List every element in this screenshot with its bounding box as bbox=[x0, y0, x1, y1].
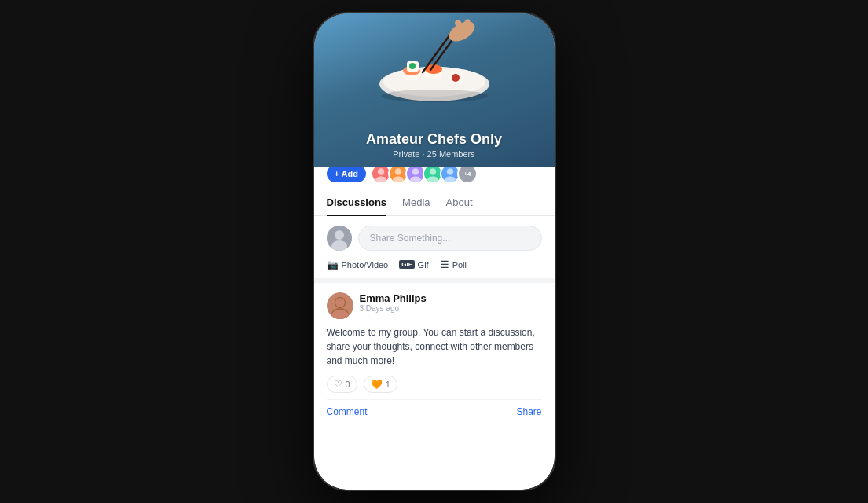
content-area: + Add bbox=[314, 152, 555, 490]
svg-point-2 bbox=[381, 90, 488, 102]
hero-title-area: Amateur Chefs Only Private · 25 Members bbox=[314, 131, 555, 159]
svg-point-21 bbox=[410, 176, 421, 182]
gif-icon: GIF bbox=[399, 260, 414, 269]
share-input[interactable]: Share Something... bbox=[358, 226, 542, 251]
gif-button[interactable]: GIF Gif bbox=[399, 259, 428, 270]
svg-point-24 bbox=[447, 168, 453, 174]
svg-point-32 bbox=[335, 298, 345, 307]
post-timestamp: 3 Days ago bbox=[360, 304, 427, 313]
hero-section: Amateur Chefs Only Private · 25 Members bbox=[314, 13, 555, 167]
post-card: Emma Philips 3 Days ago Welcome to my gr… bbox=[314, 283, 555, 427]
like-reaction-button[interactable]: ♡ 0 bbox=[327, 376, 357, 393]
sushi-illustration bbox=[364, 17, 505, 112]
post-header: Emma Philips 3 Days ago bbox=[327, 292, 542, 319]
svg-point-8 bbox=[452, 74, 460, 82]
heart-reaction-button[interactable]: 🧡 1 bbox=[364, 376, 397, 393]
svg-point-17 bbox=[375, 176, 386, 182]
post-author-name: Emma Philips bbox=[360, 292, 427, 304]
photo-video-button[interactable]: 📷 Photo/Video bbox=[327, 259, 389, 270]
svg-point-20 bbox=[412, 168, 419, 174]
phone-inner: Amateur Chefs Only Private · 25 Members … bbox=[314, 13, 555, 490]
gif-label: Gif bbox=[418, 260, 429, 270]
tab-media[interactable]: Media bbox=[402, 190, 430, 216]
svg-point-16 bbox=[378, 168, 384, 174]
photo-video-label: Photo/Video bbox=[342, 260, 389, 270]
share-row: Share Something... bbox=[314, 216, 555, 255]
add-member-button[interactable]: + Add bbox=[327, 165, 366, 182]
post-text: Welcome to my group. You can start a dis… bbox=[327, 325, 542, 368]
svg-point-10 bbox=[409, 63, 416, 69]
post-author-avatar bbox=[327, 292, 353, 319]
svg-point-22 bbox=[430, 168, 436, 174]
comment-button[interactable]: Comment bbox=[327, 406, 368, 417]
tabs-bar: Discussions Media About bbox=[314, 190, 555, 216]
reactions-row: ♡ 0 🧡 1 bbox=[327, 376, 542, 393]
phone-shell: Amateur Chefs Only Private · 25 Members … bbox=[313, 12, 556, 491]
svg-point-27 bbox=[335, 230, 344, 240]
group-subtitle: Private · 25 Members bbox=[314, 149, 555, 159]
like-count: 0 bbox=[346, 380, 350, 389]
svg-point-25 bbox=[445, 176, 456, 182]
heart-icon: 🧡 bbox=[371, 379, 383, 390]
poll-icon: ☰ bbox=[440, 259, 449, 270]
camera-icon: 📷 bbox=[327, 259, 339, 270]
share-button[interactable]: Share bbox=[516, 406, 541, 417]
poll-label: Poll bbox=[452, 260, 467, 270]
svg-point-18 bbox=[395, 168, 401, 174]
poll-button[interactable]: ☰ Poll bbox=[440, 259, 467, 270]
hero-background: Amateur Chefs Only Private · 25 Members bbox=[314, 13, 555, 167]
group-name: Amateur Chefs Only bbox=[314, 131, 555, 148]
hero-image bbox=[314, 13, 555, 116]
svg-point-23 bbox=[427, 176, 438, 182]
svg-point-19 bbox=[393, 176, 404, 182]
tab-discussions[interactable]: Discussions bbox=[327, 190, 387, 216]
action-row: 📷 Photo/Video GIF Gif ☰ Poll bbox=[314, 255, 555, 283]
tab-about[interactable]: About bbox=[446, 190, 473, 216]
heart-count: 1 bbox=[386, 380, 390, 389]
current-user-avatar bbox=[327, 226, 352, 251]
post-footer: Comment Share bbox=[327, 399, 542, 417]
like-icon: ♡ bbox=[334, 379, 342, 390]
post-meta: Emma Philips 3 Days ago bbox=[360, 292, 427, 313]
